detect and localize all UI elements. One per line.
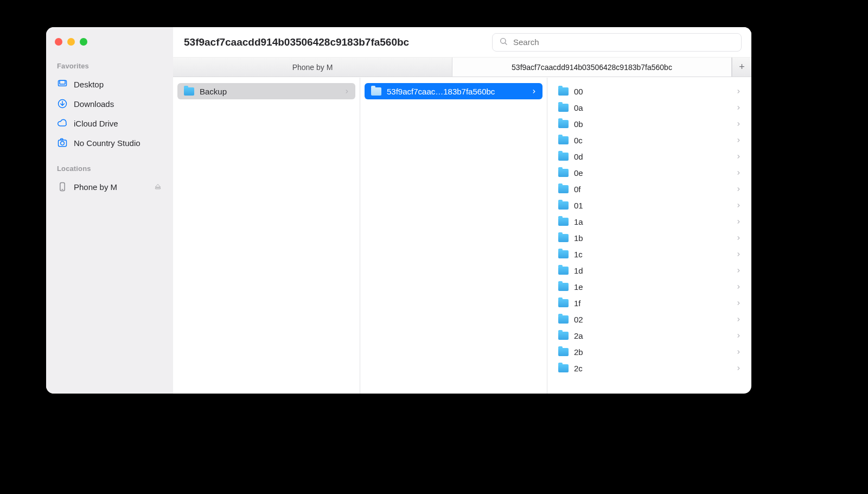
folder-label: 1d [574,266,730,275]
chevron-right-icon [736,103,742,112]
column-view: Backup53f9acf7caac…183b7fa560bc000a0b0c0… [173,77,751,394]
folder-icon [371,87,381,96]
sidebar-section-header: Locations [52,160,168,177]
folder-row[interactable]: 2a [552,327,747,344]
folder-row[interactable]: 0e [552,164,747,181]
folder-row[interactable]: 0a [552,99,747,116]
chevron-right-icon [736,266,742,275]
chevron-right-icon [736,347,742,357]
folder-icon [558,169,569,177]
sidebar-item-label: Downloads [74,99,114,109]
new-tab-button[interactable]: + [732,58,751,77]
folder-icon [558,136,569,144]
close-window-button[interactable] [55,38,62,46]
folder-label: 2a [574,331,730,340]
sidebar-item-phone-by-m[interactable]: Phone by M [52,177,168,197]
folder-row[interactable]: 53f9acf7caac…183b7fa560bc [365,83,542,99]
folder-label: Backup [200,87,339,96]
folder-label: 1b [574,233,730,243]
phone-icon [57,181,68,192]
sidebar-item-desktop[interactable]: Desktop [52,74,168,94]
search-input[interactable] [512,37,735,47]
folder-row[interactable]: 01 [552,197,747,213]
sidebar-item-label: Phone by M [74,182,117,192]
folder-icon [558,315,569,324]
chevron-right-icon [736,233,742,243]
folder-row[interactable]: 0c [552,132,747,148]
folder-row[interactable]: Backup [177,83,355,99]
chevron-right-icon [736,299,742,308]
window-controls [52,35,168,58]
chevron-right-icon [736,119,742,129]
sidebar-section-header: Favorites [52,58,168,74]
chevron-right-icon [736,201,742,210]
folder-label: 1e [574,282,730,292]
sidebar-item-no-country-studio[interactable]: No Country Studio [52,133,168,153]
folder-label: 2b [574,347,730,357]
column-1[interactable]: 53f9acf7caac…183b7fa560bc [360,78,547,394]
folder-row[interactable]: 2c [552,360,747,376]
tab[interactable]: 53f9acf7caacdd914b03506428c9183b7fa560bc [452,58,732,77]
tab-bar: Phone by M53f9acf7caacdd914b03506428c918… [173,58,751,77]
folder-icon [558,201,569,210]
folder-row[interactable]: 1a [552,213,747,230]
folder-row[interactable]: 02 [552,311,747,327]
folder-row[interactable]: 0d [552,148,747,164]
folder-row[interactable]: 1d [552,262,747,278]
desktop-icon [57,79,68,90]
camera-icon [57,137,68,148]
folder-row[interactable]: 0b [552,116,747,132]
chevron-right-icon [736,282,742,292]
svg-line-1 [505,43,507,45]
folder-row[interactable]: 0f [552,181,747,197]
folder-row[interactable]: 1e [552,278,747,295]
folder-icon [558,250,569,258]
chevron-right-icon [736,364,742,373]
folder-row[interactable]: 2b [552,344,747,360]
minimize-window-button[interactable] [67,38,75,46]
eject-icon[interactable] [154,182,162,191]
column-0[interactable]: Backup [173,78,360,394]
zoom-window-button[interactable] [80,38,87,46]
folder-label: 0d [574,152,730,161]
folder-icon [184,87,194,96]
chevron-right-icon [736,136,742,145]
content-area: 53f9acf7caacdd914b03506428c9183b7fa560bc… [173,27,751,394]
folder-row[interactable]: 00 [552,83,747,99]
folder-label: 2c [574,364,730,373]
sidebar-item-label: Desktop [74,80,104,89]
cloud-icon [57,118,68,129]
chevron-right-icon [736,315,742,324]
folder-row[interactable]: 1f [552,295,747,311]
tab-label: 53f9acf7caacdd914b03506428c9183b7fa560bc [512,63,672,72]
sidebar-item-label: No Country Studio [74,138,141,148]
sidebar-item-icloud-drive[interactable]: iCloud Drive [52,113,168,133]
folder-icon [558,299,569,307]
sidebar-item-downloads[interactable]: Downloads [52,94,168,113]
folder-label: 00 [574,87,730,96]
folder-icon [558,364,569,372]
toolbar: 53f9acf7caacdd914b03506428c9183b7fa560bc [173,27,751,58]
folder-icon [558,87,569,96]
folder-label: 02 [574,315,730,324]
folder-row[interactable]: 1c [552,246,747,262]
folder-icon [558,283,569,291]
column-2[interactable]: 000a0b0c0d0e0f011a1b1c1d1e1f022a2b2c [547,78,751,394]
chevron-right-icon [736,152,742,161]
chevron-right-icon [736,168,742,178]
chevron-right-icon [736,217,742,226]
search-icon [499,37,508,48]
folder-label: 0b [574,119,730,129]
chevron-right-icon [736,250,742,259]
folder-row[interactable]: 1b [552,230,747,246]
chevron-right-icon [736,331,742,340]
chevron-right-icon [344,87,350,96]
tab[interactable]: Phone by M [173,58,452,77]
tab-label: Phone by M [292,63,333,72]
folder-icon [558,348,569,356]
folder-icon [558,153,569,161]
search-field[interactable] [492,33,742,52]
window-title: 53f9acf7caacdd914b03506428c9183b7fa560bc [184,36,482,48]
folder-icon [558,234,569,242]
folder-label: 0f [574,185,730,194]
